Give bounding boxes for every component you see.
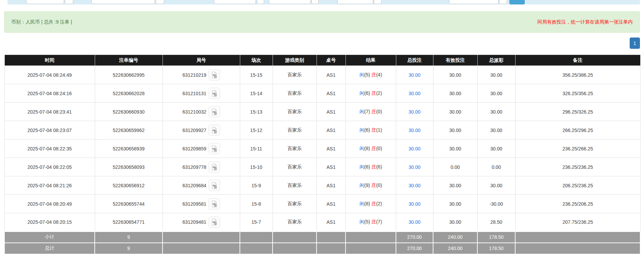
- filter-input[interactable]: [269, 0, 311, 4]
- valid-bet-cell: 30.00: [433, 176, 477, 195]
- column-header: 注单编号: [95, 55, 163, 66]
- column-header: 结果: [346, 55, 396, 66]
- valid-bet-cell: 30.00: [433, 103, 477, 121]
- filter-addon-button[interactable]: [311, 0, 319, 4]
- table-row: 2025-07-04 08:23:07 522630659962 6312099…: [4, 121, 640, 140]
- totals-row: 小计 9 270.00 240.00 178.50: [4, 232, 640, 243]
- video-file-icon: [211, 218, 218, 226]
- filter-input[interactable]: [26, 0, 64, 4]
- video-replay-button[interactable]: [209, 143, 220, 154]
- filter-addon-button[interactable]: [257, 0, 264, 4]
- player-result-count: (8): [364, 146, 370, 151]
- total-bet-link[interactable]: 30.00: [409, 164, 420, 170]
- bet-number-cell: 522630659962: [95, 121, 163, 140]
- player-result-label: 闲: [359, 219, 364, 224]
- filter-addon-button[interactable]: [499, 0, 507, 4]
- remark-cell: 207.75/236.25: [515, 213, 640, 232]
- table-row: 2025-07-04 08:22:05 522630658093 6312097…: [4, 158, 640, 176]
- payout-cell: 30.00: [477, 66, 515, 84]
- table-number-cell: AS1: [317, 103, 346, 121]
- bet-number-cell: 522630662995: [95, 66, 163, 84]
- total-bet-cell: 30.00: [396, 84, 433, 103]
- video-replay-button[interactable]: [209, 106, 220, 117]
- video-file-icon: [211, 200, 218, 208]
- round-number: 631209481: [182, 219, 206, 225]
- remark-cell: 356.25/386.25: [515, 66, 640, 84]
- session-cell: 15-9: [240, 176, 273, 195]
- banker-result-count: (1): [376, 127, 382, 133]
- payout-cell: 30.00: [477, 140, 515, 158]
- round-number: 631210032: [182, 109, 206, 115]
- video-file-icon: [211, 90, 218, 97]
- valid-bet-cell: 0.00: [433, 158, 477, 176]
- player-result-label: 闲: [359, 127, 364, 133]
- total-bet-link[interactable]: 30.00: [409, 219, 420, 225]
- totals-total-bet-cell: 270.00: [396, 232, 433, 243]
- payout-cell: 30.00: [477, 103, 515, 121]
- time-cell: 2025-07-04 08:22:35: [4, 140, 95, 158]
- total-bet-cell: 30.00: [396, 103, 433, 121]
- total-bet-link[interactable]: 30.00: [409, 91, 420, 96]
- result-cell: 闲(8) 庄(2): [346, 195, 396, 213]
- valid-bet-cell: 30.00: [433, 121, 477, 140]
- banker-result-label: 庄: [371, 127, 376, 133]
- search-button[interactable]: [509, 0, 525, 4]
- filter-input[interactable]: [449, 0, 499, 4]
- totals-count-cell: 9: [95, 232, 163, 243]
- banker-result-count: (0): [376, 109, 382, 114]
- totals-payout-cell: 178.50: [477, 232, 515, 243]
- filter-input[interactable]: [91, 0, 155, 4]
- video-replay-button[interactable]: [209, 161, 220, 173]
- filter-addon-button[interactable]: [65, 0, 73, 4]
- page-1-button[interactable]: 1: [630, 38, 640, 49]
- video-file-icon: [211, 127, 218, 134]
- filter-input[interactable]: [214, 0, 256, 4]
- session-cell: 15-11: [240, 140, 273, 158]
- total-bet-link[interactable]: 30.00: [409, 128, 420, 133]
- game-type-cell: 百家乐: [273, 176, 317, 195]
- video-replay-button[interactable]: [209, 180, 220, 191]
- video-replay-button[interactable]: [209, 88, 220, 99]
- video-replay-button[interactable]: [209, 217, 220, 228]
- remark-cell: 266.25/296.25: [515, 121, 640, 140]
- video-replay-button[interactable]: [209, 124, 220, 136]
- filter-addon-button[interactable]: [374, 0, 382, 4]
- table-body: 2025-07-04 08:24:49 522630662995 6312102…: [4, 66, 640, 232]
- table-number-cell: AS1: [317, 66, 346, 84]
- video-replay-button[interactable]: [209, 69, 220, 80]
- time-cell: 2025-07-04 08:20:49: [4, 195, 95, 213]
- player-result-label: 闲: [359, 90, 364, 96]
- total-bet-link[interactable]: 30.00: [409, 72, 420, 78]
- remark-cell: 236.25/236.25: [515, 158, 640, 176]
- banker-result-count: (4): [376, 72, 382, 77]
- result-cell: 闲(9) 庄(0): [346, 176, 396, 195]
- filter-addon-button[interactable]: [156, 0, 164, 4]
- result-cell: 闲(6) 庄(2): [346, 84, 396, 103]
- round-number-cell: 631209684: [163, 176, 240, 195]
- total-bet-cell: 30.00: [396, 195, 433, 213]
- column-header: 场次: [240, 55, 273, 66]
- total-bet-link[interactable]: 30.00: [409, 201, 420, 207]
- time-cell: 2025-07-04 08:24:49: [4, 66, 95, 84]
- result-cell: 闲(6) 庄(1): [346, 121, 396, 140]
- total-bet-link[interactable]: 30.00: [409, 183, 420, 188]
- banker-result-count: (2): [376, 90, 382, 96]
- session-cell: 15-14: [240, 84, 273, 103]
- banker-result-count: (2): [376, 201, 382, 206]
- filter-input[interactable]: [337, 0, 373, 4]
- round-number-cell: 631210032: [163, 103, 240, 121]
- result-cell: 闲(5) 庄(7): [346, 213, 396, 232]
- header-row: 时间注单编号局号场次游戏类别桌号结果总投注有效投注总派彩备注: [4, 55, 640, 66]
- round-number: 631209581: [182, 201, 206, 207]
- payout-cell: 30.00: [477, 176, 515, 195]
- table-number-cell: AS1: [317, 84, 346, 103]
- total-bet-link[interactable]: 30.00: [409, 109, 420, 115]
- summary-alert: 币别：人民币 | 总共 :9 注单 | 同局有效投注，统一计算在该局第一张注单内: [4, 11, 640, 33]
- total-bet-cell: 30.00: [396, 121, 433, 140]
- total-bet-link[interactable]: 30.00: [409, 146, 420, 151]
- table-row: 2025-07-04 08:20:49 522630655744 6312095…: [4, 195, 640, 213]
- currency-summary-text: 币别：人民币 | 总共 :9 注单 |: [11, 19, 72, 25]
- video-replay-button[interactable]: [209, 198, 220, 209]
- totals-valid-bet-cell: 240.00: [433, 232, 477, 243]
- player-result-count: (8): [364, 201, 370, 206]
